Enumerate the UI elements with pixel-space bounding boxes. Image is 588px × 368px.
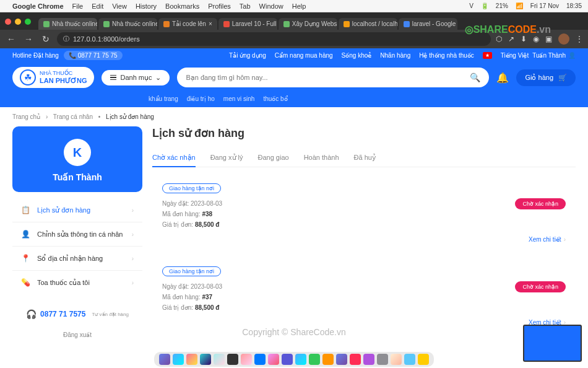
profile-avatar-icon[interactable] <box>558 33 569 45</box>
logout-link[interactable]: Đăng xuất <box>21 331 134 338</box>
menu-window[interactable]: Window <box>259 2 283 10</box>
dock-app[interactable] <box>418 354 429 365</box>
quick-links: khẩu trang điều trị ho men vi sinh thuốc… <box>0 93 588 107</box>
browser-tab[interactable]: Xây Dựng Website l...× <box>279 18 337 30</box>
breadcrumb-home[interactable]: Trang chủ <box>12 113 40 120</box>
dock-app[interactable] <box>404 354 415 365</box>
order-code-label: Mã đơn hàng: <box>162 294 201 300</box>
browser-tab[interactable]: Nhà thuốc online | L...× <box>98 18 157 30</box>
sidebar-item-orders[interactable]: 📋 Lịch sử đơn hàng › <box>12 198 142 222</box>
tab-title: Nhà thuốc online <box>52 20 97 27</box>
menu-edit[interactable]: Edit <box>92 2 103 10</box>
dock-app[interactable] <box>336 354 347 365</box>
view-detail-link[interactable]: Xem chi tiết› <box>162 236 566 243</box>
dock-app[interactable] <box>350 354 361 365</box>
search-icon[interactable]: 🔍 <box>470 72 480 82</box>
menu-view[interactable]: View <box>112 2 127 10</box>
chevron-right-icon: › <box>564 236 566 243</box>
extension3-icon[interactable]: ▣ <box>545 35 552 43</box>
dock-app[interactable] <box>363 354 374 365</box>
browser-tab[interactable]: laravel - Google Tì...× <box>399 18 457 30</box>
tab-pending[interactable]: Chờ xác nhận <box>152 149 196 167</box>
quicklink[interactable]: điều trị ho <box>187 95 215 102</box>
quicklink[interactable]: men vi sinh <box>223 95 255 102</box>
view-detail-link[interactable]: Xem chi tiết› <box>162 319 566 326</box>
notification-icon[interactable]: 🔔 <box>496 72 509 84</box>
extension-icon[interactable]: ⬡ <box>496 35 502 43</box>
dock-app[interactable] <box>295 354 306 365</box>
dock-app[interactable] <box>309 354 320 365</box>
quicklink[interactable]: khẩu trang <box>149 95 178 102</box>
tab-completed[interactable]: Hoàn thành <box>304 149 339 167</box>
battery-icon: 🔋 <box>481 2 488 9</box>
dock-app[interactable] <box>227 354 238 365</box>
dock-app[interactable] <box>391 354 402 365</box>
quicklink[interactable]: thuốc bổ <box>263 95 287 102</box>
dock-app[interactable] <box>214 354 225 365</box>
order-status-button[interactable]: Chờ xác nhận <box>515 198 566 209</box>
browser-tab[interactable]: Tải code lên× <box>158 18 217 30</box>
breadcrumb-profile[interactable]: Trang cá nhân <box>53 113 93 120</box>
menu-bookmarks[interactable]: Bookmarks <box>165 2 199 10</box>
dock-app[interactable] <box>282 354 293 365</box>
support-phone[interactable]: 0877 71 7575 <box>40 310 85 318</box>
toplink-guide[interactable]: Cẩm nang mua hàng <box>275 52 333 59</box>
close-icon[interactable]: × <box>209 20 212 27</box>
sidebar-item-address[interactable]: 📍 Sổ địa chỉ nhận hàng › <box>12 247 142 271</box>
dock-app[interactable] <box>159 354 170 365</box>
dock-app[interactable] <box>173 354 184 365</box>
toplink-stores[interactable]: Hệ thống nhà thuốc <box>419 52 474 59</box>
back-button[interactable]: ← <box>5 34 17 44</box>
browser-tab[interactable]: Laravel 10 - Full so...× <box>218 18 277 30</box>
dock-app[interactable] <box>186 354 197 365</box>
search-bar[interactable]: 🔍 <box>177 68 489 87</box>
tab-processing[interactable]: Đang xử lý <box>210 149 243 167</box>
toplink-brands[interactable]: Nhãn hàng <box>380 52 410 59</box>
app-name[interactable]: Google Chrome <box>12 2 64 10</box>
dock-app[interactable] <box>268 354 279 365</box>
hotline-phone[interactable]: 📞 0877 71 75 75 <box>64 51 123 60</box>
dock-app[interactable] <box>322 354 334 365</box>
window-minimize[interactable] <box>15 19 21 25</box>
sidebar-item-label: Toa thuốc của tôi <box>37 279 90 287</box>
sidebar-item-profile[interactable]: 👤 Chỉnh sửa thông tin cá nhân › <box>12 222 142 247</box>
menu-file[interactable]: File <box>72 2 84 10</box>
dock-app[interactable] <box>254 354 266 365</box>
tab-cancelled[interactable]: Đã huỷ <box>354 149 376 167</box>
window-close[interactable] <box>5 19 11 25</box>
toplink-app[interactable]: Tải ứng dụng <box>229 52 266 59</box>
dock-app[interactable] <box>377 354 388 365</box>
logo[interactable]: ☘ NHÀ THUỐC LAN PHƯƠNG <box>12 67 94 88</box>
menu-profiles[interactable]: Profiles <box>208 2 231 10</box>
reload-button[interactable]: ↻ <box>40 34 52 44</box>
language-selector[interactable]: Tiếng Việt <box>501 52 529 59</box>
topbar-username[interactable]: Tuấn Thành <box>532 52 566 59</box>
menu-icon[interactable]: ⋮ <box>576 35 583 43</box>
dock-app[interactable] <box>200 354 211 365</box>
menu-history[interactable]: History <box>136 2 157 10</box>
search-input[interactable] <box>186 74 470 81</box>
category-label: Danh mục <box>120 74 152 82</box>
menu-help[interactable]: Help <box>292 2 306 10</box>
mac-dock <box>154 352 434 367</box>
sidebar-item-prescription[interactable]: 💊 Toa thuốc của tôi › <box>12 271 142 294</box>
forward-button[interactable]: → <box>22 34 35 44</box>
cart-button[interactable]: Giỏ hàng 🛒 <box>516 69 576 86</box>
delivery-badge: Giao hàng tận nơi <box>162 266 221 276</box>
share-icon[interactable]: ↗ <box>508 35 514 43</box>
toplink-health[interactable]: Sống khoẻ <box>342 52 372 59</box>
delivery-badge: Giao hàng tận nơi <box>162 183 221 193</box>
sidebar-item-label: Lịch sử đơn hàng <box>37 206 90 214</box>
address-bar[interactable]: ⓘ 127.0.0.1:8000/orders <box>57 32 491 46</box>
dock-app[interactable] <box>241 354 252 365</box>
browser-tab[interactable]: Nhà thuốc online× <box>38 18 97 30</box>
tab-shipping[interactable]: Đang giao <box>258 149 289 167</box>
menu-tab[interactable]: Tab <box>240 2 251 10</box>
browser-tab[interactable]: localhost / localhos...× <box>339 18 397 30</box>
window-maximize[interactable] <box>25 19 31 25</box>
headset-icon: 🎧 <box>26 309 37 319</box>
extension2-icon[interactable]: ◉ <box>533 35 539 43</box>
download-icon[interactable]: ⬇ <box>521 35 527 43</box>
order-status-button[interactable]: Chờ xác nhận <box>515 281 566 292</box>
category-button[interactable]: Danh mục ⌄ <box>102 70 170 85</box>
